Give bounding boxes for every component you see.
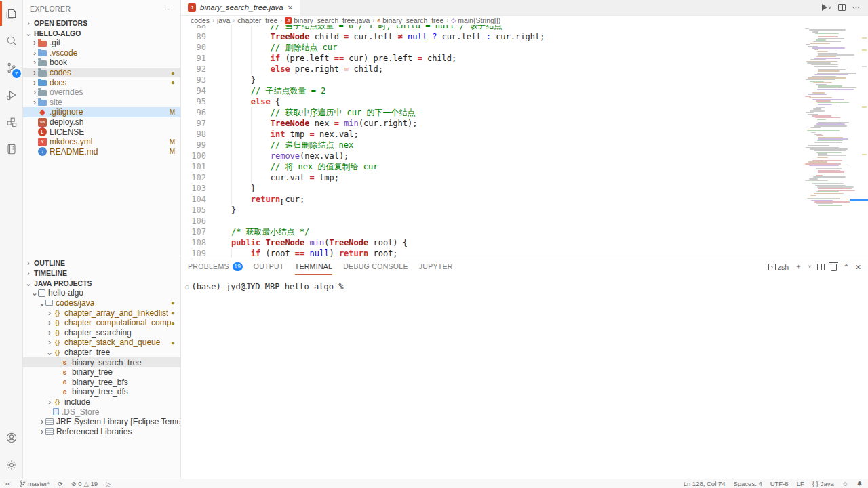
- tree-item-overrides[interactable]: ›overrides: [23, 87, 180, 98]
- tree-item-hello-algo[interactable]: ⌄hello-algo: [23, 288, 180, 298]
- shell-selector[interactable]: >zsh: [768, 263, 789, 271]
- tab-close-icon[interactable]: ✕: [288, 4, 293, 12]
- settings-gear-icon[interactable]: [0, 451, 23, 479]
- tree-item-book[interactable]: ›book: [23, 58, 180, 68]
- code-line[interactable]: 97 TreeNode nex = min(cur.right);: [181, 118, 804, 129]
- code-line[interactable]: 93 }: [181, 75, 804, 85]
- eol-setting[interactable]: LF: [797, 480, 804, 487]
- encoding-setting[interactable]: UTF-8: [770, 480, 789, 487]
- source-control-icon[interactable]: 7: [0, 54, 23, 81]
- tree-item-deploy-sh[interactable]: shdeploy.sh: [23, 117, 180, 127]
- indentation-setting[interactable]: Spaces: 4: [733, 480, 762, 487]
- explorer-icon[interactable]: [0, 0, 23, 27]
- tree-item-chapter-stack-and-queue[interactable]: ›{}chapter_stack_and_queue●: [23, 338, 180, 348]
- code-line[interactable]: 109 if (root == null) return root;: [181, 248, 804, 258]
- breadcrumb-item[interactable]: codes: [191, 16, 210, 24]
- code-line[interactable]: 91 if (pre.left == cur) pre.left = child…: [181, 53, 804, 64]
- tree-item-jre-system-library-eclipse-temurin-17-17-[interactable]: ›JRE System Library [Eclipse Temurin 17 …: [23, 417, 180, 427]
- minimap[interactable]: [804, 25, 860, 258]
- panel-tab-debug-console[interactable]: DEBUG CONSOLE: [343, 258, 408, 275]
- tree-item--ds-store[interactable]: .DS_Store: [23, 407, 180, 417]
- code-line[interactable]: 105 }: [181, 205, 804, 216]
- section-timeline[interactable]: › TIMELINE: [23, 268, 180, 278]
- terminal-dropdown-icon[interactable]: ˅: [808, 264, 812, 270]
- section-outline[interactable]: › OUTLINE: [23, 258, 180, 268]
- breadcrumb-item[interactable]: chapter_tree: [237, 16, 277, 24]
- breadcrumb-item[interactable]: ͼbinary_search_tree: [377, 16, 443, 24]
- tree-item-chapter-computational-complexity[interactable]: ›{}chapter_computational_complexity●: [23, 318, 180, 328]
- sidebar-more-icon[interactable]: ···: [165, 5, 174, 13]
- language-mode[interactable]: { }Java: [812, 480, 834, 487]
- notebook-icon[interactable]: [0, 136, 23, 163]
- code-line[interactable]: 89 TreeNode child = cur.left ≠ null ? cu…: [181, 31, 804, 42]
- tree-item-binary-tree-bfs[interactable]: ͼbinary_tree_bfs: [23, 377, 180, 387]
- code-line[interactable]: 107 /* 获取最小结点 */: [181, 226, 804, 237]
- git-branch-item[interactable]: master*: [20, 480, 50, 487]
- tree-item--git[interactable]: ›.git: [23, 38, 180, 48]
- tree-item-site[interactable]: ›site: [23, 98, 180, 108]
- code-line[interactable]: 104 return cur;: [181, 194, 804, 205]
- extensions-icon[interactable]: [0, 108, 23, 136]
- code-line[interactable]: 108 public TreeNode min(TreeNode root) {: [181, 237, 804, 248]
- section-open-editors[interactable]: › OPEN EDITORS: [23, 18, 180, 28]
- code-line[interactable]: 100 remove(nex.val);: [181, 150, 804, 161]
- tree-item-readme-md[interactable]: ↓README.mdM: [23, 147, 180, 157]
- code-line[interactable]: 98 int tmp = nex.val;: [181, 129, 804, 140]
- maximize-panel-icon[interactable]: ⌃: [843, 263, 849, 271]
- run-button[interactable]: ˅: [822, 4, 831, 11]
- tree-item-docs[interactable]: ›docs●: [23, 77, 180, 87]
- tab-binary-search-tree[interactable]: J binary_search_tree.java ✕: [181, 0, 300, 15]
- tree-item-codes-java[interactable]: ⌄codes/java●: [23, 298, 180, 308]
- tree-item-codes[interactable]: ›codes●: [23, 68, 180, 78]
- tree-item-chapter-tree[interactable]: ⌄{}chapter_tree: [23, 348, 180, 358]
- kill-terminal-icon[interactable]: [831, 264, 837, 271]
- breadcrumb-item[interactable]: Jbinary_search_tree.java: [285, 16, 370, 24]
- code-line[interactable]: 101 // 将 nex 的值复制给 cur: [181, 161, 804, 172]
- terminal[interactable]: ○ (base) jyd@JYD-MBP hello-algo %: [181, 275, 868, 479]
- editor-more-icon[interactable]: ⋯: [852, 3, 860, 12]
- code-line[interactable]: 99 // 递归删除结点 nex: [181, 140, 804, 150]
- search-icon[interactable]: [0, 27, 23, 54]
- close-panel-icon[interactable]: ✕: [855, 263, 861, 271]
- section-java-projects[interactable]: ⌄ JAVA PROJECTS: [23, 278, 180, 288]
- tree-item-binary-search-tree[interactable]: ͼbinary_search_tree: [23, 357, 180, 367]
- code-line[interactable]: 103 }: [181, 183, 804, 194]
- tree-item--gitignore[interactable]: ◆.gitignoreM: [23, 107, 180, 117]
- panel-tab-output[interactable]: OUTPUT: [254, 258, 284, 275]
- code-line[interactable]: 95 else {: [181, 96, 804, 107]
- run-debug-icon[interactable]: [0, 81, 23, 108]
- problems-summary[interactable]: ⊘0 △19: [71, 480, 98, 487]
- section-root-folder[interactable]: ⌄ HELLO-ALGO: [23, 28, 180, 38]
- feedback-smiley-icon[interactable]: ☺: [842, 481, 848, 487]
- tree-item-mkdocs-yml[interactable]: Ymkdocs.ymlM: [23, 137, 180, 147]
- remote-indicator[interactable]: ><: [4, 481, 12, 487]
- panel-tab-terminal[interactable]: TERMINAL: [295, 258, 333, 275]
- tree-item-binary-tree-dfs[interactable]: ͼbinary_tree_dfs: [23, 387, 180, 397]
- code-line[interactable]: 90 // 删除结点 cur: [181, 42, 804, 53]
- breadcrumb-item[interactable]: ◇main(String[]): [451, 16, 500, 24]
- tree-item-binary-tree[interactable]: ͼbinary_tree: [23, 367, 180, 378]
- code-line[interactable]: 88 // 当子结点数量 = 0 / 1 时, child = null / 该…: [181, 25, 804, 31]
- tree-item-referenced-libraries[interactable]: ›Referenced Libraries: [23, 426, 180, 436]
- sync-button[interactable]: ⟳: [58, 481, 63, 487]
- panel-tab-problems[interactable]: PROBLEMS19: [188, 258, 243, 275]
- panel-tab-jupyter[interactable]: JUPYTER: [419, 258, 453, 275]
- cursor-position[interactable]: Ln 128, Col 74: [684, 480, 726, 487]
- tree-item-chapter-array-and-linkedlist[interactable]: ›{}chapter_array_and_linkedlist●: [23, 308, 180, 318]
- code-editor[interactable]: 88 // 当子结点数量 = 0 / 1 时, child = null / 该…: [181, 25, 868, 258]
- code-line[interactable]: 96 // 获取中序遍历中 cur 的下一个结点: [181, 107, 804, 118]
- tree-item-include[interactable]: ›{}include: [23, 397, 180, 407]
- code-line[interactable]: 102 cur.val = tmp;: [181, 172, 804, 183]
- tree-item-chapter-searching[interactable]: ›{}chapter_searching: [23, 327, 180, 338]
- breadcrumb-item[interactable]: java: [217, 16, 230, 24]
- debug-status-icon[interactable]: ▷̥: [106, 481, 111, 487]
- code-line[interactable]: 94 // 子结点数量 = 2: [181, 85, 804, 96]
- split-editor-icon[interactable]: [838, 4, 846, 11]
- account-icon[interactable]: [0, 424, 23, 451]
- code-line[interactable]: 92 else pre.right = child;: [181, 64, 804, 75]
- split-terminal-icon[interactable]: [817, 264, 825, 270]
- new-terminal-icon[interactable]: ＋: [795, 262, 802, 272]
- notifications-bell-icon[interactable]: 🔔︎: [856, 481, 863, 487]
- code-line[interactable]: 106: [181, 216, 804, 226]
- tree-item--vscode[interactable]: ›.vscode: [23, 48, 180, 58]
